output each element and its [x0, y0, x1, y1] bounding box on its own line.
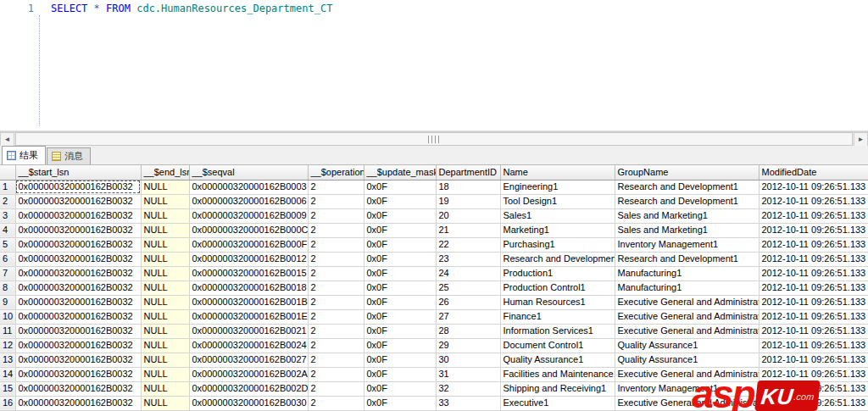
- row-number[interactable]: 16: [0, 396, 15, 410]
- grid-cell[interactable]: Research and Development1: [500, 252, 615, 266]
- grid-cell[interactable]: 0x000000320000162B0012: [189, 252, 308, 266]
- grid-cell[interactable]: 27: [436, 309, 500, 324]
- grid-cell[interactable]: NULL: [141, 353, 189, 367]
- grid-cell[interactable]: NULL: [141, 237, 189, 252]
- grid-cell[interactable]: Executive General and Administration1: [615, 367, 759, 381]
- grid-cell[interactable]: 0x000000320000162B0032: [15, 324, 141, 338]
- grid-cell[interactable]: 24: [436, 266, 500, 280]
- grid-cell[interactable]: Manufacturing1: [615, 266, 759, 280]
- grid-cell[interactable]: 0x0F: [364, 237, 436, 252]
- grid-cell[interactable]: Sales1: [500, 208, 615, 223]
- grid-cell[interactable]: NULL: [141, 396, 189, 410]
- grid-cell[interactable]: Shipping and Receiving1: [500, 381, 615, 396]
- grid-cell[interactable]: Tool Design1: [500, 194, 615, 208]
- row-number[interactable]: 9: [0, 295, 15, 309]
- grid-cell[interactable]: 0x000000320000162B0032: [15, 223, 141, 237]
- grid-cell[interactable]: 0x000000320000162B0032: [15, 367, 141, 381]
- grid-cell[interactable]: NULL: [141, 324, 189, 338]
- grid-cell[interactable]: 0x000000320000162B0027: [189, 353, 308, 367]
- grid-cell[interactable]: 2: [308, 237, 364, 252]
- grid-cell[interactable]: 33: [436, 396, 500, 410]
- grid-cell[interactable]: NULL: [141, 208, 189, 223]
- grid-cell[interactable]: 28: [436, 324, 500, 338]
- grid-cell[interactable]: 2012-10-11 09:26:51.133: [759, 208, 868, 223]
- grid-cell[interactable]: 2: [308, 252, 364, 266]
- grid-cell[interactable]: 0x000000320000162B0032: [15, 237, 141, 252]
- grid-cell[interactable]: 0x000000320000162B0032: [15, 381, 141, 396]
- grid-cell[interactable]: 0x0F: [364, 396, 436, 410]
- grid-cell[interactable]: Marketing1: [500, 223, 615, 237]
- grid-cell[interactable]: NULL: [141, 280, 189, 295]
- grid-cell[interactable]: 2012-10-11 09:26:51.133: [759, 237, 868, 252]
- grid-cell[interactable]: 2012-10-11 09:26:51.133: [759, 280, 868, 295]
- grid-cell[interactable]: 2: [308, 208, 364, 223]
- scrollbar-thumb[interactable]: [15, 132, 853, 146]
- row-number[interactable]: 4: [0, 223, 15, 237]
- grid-cell[interactable]: 2012-10-11 09:26:51.133: [759, 194, 868, 208]
- grid-cell[interactable]: 23: [436, 252, 500, 266]
- grid-cell[interactable]: NULL: [141, 338, 189, 353]
- grid-cell[interactable]: 2: [308, 180, 364, 194]
- grid-cell[interactable]: 2012-10-11 09:26:51.133: [759, 381, 868, 396]
- grid-cell[interactable]: 19: [436, 194, 500, 208]
- grid-cell[interactable]: Quality Assurance1: [615, 353, 759, 367]
- grid-cell[interactable]: 0x000000320000162B0021: [189, 324, 308, 338]
- row-number[interactable]: 15: [0, 381, 15, 396]
- row-number[interactable]: 1: [0, 180, 15, 194]
- grid-cell[interactable]: Document Control1: [500, 338, 615, 353]
- grid-cell[interactable]: 2012-10-11 09:26:51.133: [759, 309, 868, 324]
- grid-cell[interactable]: 0x000000320000162B001E: [189, 309, 308, 324]
- grid-cell[interactable]: Production1: [500, 266, 615, 280]
- grid-cell[interactable]: 0x000000320000162B002A: [189, 367, 308, 381]
- grid-cell[interactable]: 2012-10-11 09:26:51.133: [759, 180, 868, 194]
- grid-cell[interactable]: NULL: [141, 367, 189, 381]
- column-header[interactable]: __$update_mask: [364, 165, 436, 180]
- grid-cell[interactable]: 0x0F: [364, 338, 436, 353]
- grid-cell[interactable]: Human Resources1: [500, 295, 615, 309]
- grid-cell[interactable]: Finance1: [500, 309, 615, 324]
- grid-cell[interactable]: Engineering1: [500, 180, 615, 194]
- row-number[interactable]: 6: [0, 252, 15, 266]
- grid-cell[interactable]: 18: [436, 180, 500, 194]
- grid-cell[interactable]: Production Control1: [500, 280, 615, 295]
- grid-cell[interactable]: 0x0F: [364, 367, 436, 381]
- grid-cell[interactable]: 0x000000320000162B000C: [189, 223, 308, 237]
- grid-cell[interactable]: 2: [308, 353, 364, 367]
- grid-cell[interactable]: Executive General and Administration1: [615, 295, 759, 309]
- grid-cell[interactable]: 0x0F: [364, 324, 436, 338]
- grid-cell[interactable]: NULL: [141, 381, 189, 396]
- grid-cell[interactable]: 31: [436, 367, 500, 381]
- grid-cell[interactable]: 2: [308, 266, 364, 280]
- grid-cell[interactable]: 29: [436, 338, 500, 353]
- grid-cell[interactable]: 0x0F: [364, 295, 436, 309]
- grid-cell[interactable]: 0x0F: [364, 208, 436, 223]
- scroll-right-arrow-icon[interactable]: ►: [854, 132, 868, 147]
- row-number[interactable]: 8: [0, 280, 15, 295]
- grid-cell[interactable]: 2012-10-11 09:26:51.133: [759, 266, 868, 280]
- grid-cell[interactable]: 0x000000320000162B001B: [189, 295, 308, 309]
- grid-cell[interactable]: 0x0F: [364, 180, 436, 194]
- grid-cell[interactable]: 25: [436, 280, 500, 295]
- grid-cell[interactable]: Quality Assurance1: [615, 338, 759, 353]
- column-header[interactable]: GroupName: [615, 165, 759, 180]
- grid-cell[interactable]: 0x000000320000162B0032: [15, 295, 141, 309]
- grid-cell[interactable]: 0x000000320000162B0015: [189, 266, 308, 280]
- grid-cell[interactable]: 0x000000320000162B0032: [15, 194, 141, 208]
- grid-cell[interactable]: 0x0F: [364, 252, 436, 266]
- grid-cell[interactable]: 2: [308, 381, 364, 396]
- grid-cell[interactable]: Research and Development1: [615, 194, 759, 208]
- grid-cell[interactable]: 2: [308, 295, 364, 309]
- grid-cell[interactable]: Information Services1: [500, 324, 615, 338]
- grid-cell[interactable]: 0x000000320000162B0032: [15, 309, 141, 324]
- grid-cell[interactable]: 0x000000320000162B0003: [189, 180, 308, 194]
- column-header[interactable]: __$start_lsn: [15, 165, 141, 180]
- grid-cell[interactable]: 2012-10-11 09:26:51.133: [759, 396, 868, 410]
- grid-cell[interactable]: 0x000000320000162B0032: [15, 353, 141, 367]
- row-number[interactable]: 5: [0, 237, 15, 252]
- grid-cell[interactable]: 2012-10-11 09:26:51.133: [759, 338, 868, 353]
- grid-cell[interactable]: 0x0F: [364, 353, 436, 367]
- row-number[interactable]: 3: [0, 208, 15, 223]
- grid-cell[interactable]: 2: [308, 194, 364, 208]
- row-number[interactable]: 7: [0, 266, 15, 280]
- grid-cell[interactable]: 2012-10-11 09:26:51.133: [759, 252, 868, 266]
